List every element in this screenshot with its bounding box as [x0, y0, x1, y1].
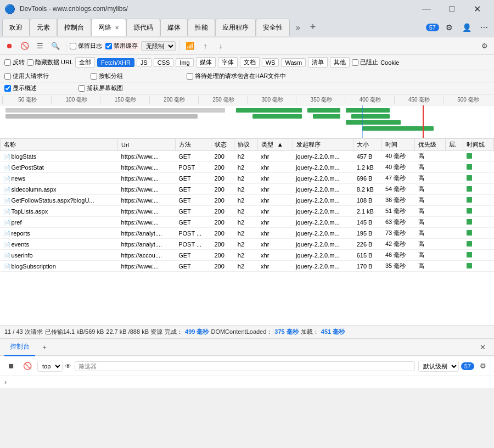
cell-initiator: jquery-2.2.0.m...: [293, 184, 353, 195]
filter-js[interactable]: JS: [137, 58, 151, 67]
filter-manifest[interactable]: 清单: [308, 57, 328, 68]
close-button[interactable]: ✕: [464, 0, 490, 18]
blocked-cookie-checkbox[interactable]: 已阻止: [352, 58, 378, 66]
network-settings-button[interactable]: ⚙: [478, 39, 492, 53]
settings-icon-button[interactable]: ⚙: [441, 20, 457, 35]
tab-media[interactable]: 媒体: [160, 19, 188, 36]
search-button[interactable]: 🔍: [48, 39, 63, 53]
console-stop-button[interactable]: ⏹: [4, 360, 18, 373]
table-row[interactable]: 📄blogSubscription https://www.... GET 20…: [1, 261, 494, 272]
close-console-button[interactable]: ✕: [475, 340, 490, 355]
cell-time: 35 毫秒: [382, 261, 415, 272]
more-options-button[interactable]: ⋯: [476, 20, 492, 35]
cell-priority: 高: [415, 217, 446, 228]
include-pending-checkbox[interactable]: 将待处理的请求包含在HAR文件中: [187, 72, 286, 80]
group-frame-checkbox[interactable]: 按帧分组: [91, 72, 123, 80]
filter-font[interactable]: 字体: [218, 57, 238, 68]
minimize-button[interactable]: —: [414, 0, 439, 18]
filter-doc[interactable]: 文档: [240, 57, 260, 68]
filter-media[interactable]: 媒体: [196, 57, 216, 68]
console-settings-button[interactable]: ⚙: [476, 360, 490, 373]
console-chevron-button[interactable]: ›: [4, 378, 7, 386]
maximize-button[interactable]: □: [439, 0, 464, 18]
tab-close-icon[interactable]: ✕: [115, 25, 119, 31]
header-row: 名称 Url 方法 状态 协议 类型 ▲ 发起程序 大小 时间 优先级 层. 时…: [1, 139, 494, 151]
preserve-log-checkbox[interactable]: 保留日志: [70, 42, 102, 50]
new-tab-button[interactable]: +: [305, 20, 321, 35]
cell-name: 📄news: [1, 173, 118, 184]
filter-toggle-button[interactable]: ☰: [33, 39, 47, 53]
file-icon: 📄: [4, 198, 10, 204]
include-pending-label: 将待处理的请求包含在HAR文件中: [195, 72, 286, 80]
col-method[interactable]: 方法: [175, 139, 211, 151]
filter-other[interactable]: 其他: [330, 57, 350, 68]
import-button[interactable]: ↑: [198, 39, 212, 53]
cell-protocol: h2: [234, 162, 257, 173]
filter-img[interactable]: Img: [176, 58, 193, 67]
cell-url: https://analyt....: [118, 228, 176, 239]
table-row[interactable]: 📄GetPostStat https://www.... POST 200 h2…: [1, 162, 494, 173]
network-table-container[interactable]: 名称 Url 方法 状态 协议 类型 ▲ 发起程序 大小 时间 优先级 层. 时…: [0, 138, 494, 325]
tab-welcome[interactable]: 欢迎: [2, 19, 30, 36]
filter-wasm[interactable]: Wasm: [281, 58, 306, 67]
console-clear-button[interactable]: 🚫: [21, 360, 34, 373]
large-rows-checkbox[interactable]: 使用大请求行: [4, 72, 49, 80]
table-row[interactable]: 📄userinfo https://accou.... GET 200 h2 x…: [1, 250, 494, 261]
filter-ws[interactable]: WS: [262, 58, 279, 67]
filter-fetch-xhr[interactable]: Fetch/XHR: [97, 58, 134, 67]
table-row[interactable]: 📄events https://analyt.... POST ... 200 …: [1, 239, 494, 250]
table-row[interactable]: 📄pref https://www.... GET 200 h2 xhr jqu…: [1, 217, 494, 228]
table-row[interactable]: 📄news https://www.... GET 200 h2 xhr jqu…: [1, 173, 494, 184]
show-overview-checkbox[interactable]: 显示概述: [4, 84, 37, 92]
table-row[interactable]: 📄blogStats https://www.... GET 200 h2 xh…: [1, 151, 494, 162]
console-level-select[interactable]: 默认级别: [418, 361, 459, 372]
tab-security[interactable]: 安全性: [256, 19, 290, 36]
tab-console[interactable]: 控制台: [57, 19, 91, 36]
tab-label: 元素: [37, 23, 50, 32]
add-console-tab-button[interactable]: +: [37, 340, 52, 355]
timeline-marker-red: [423, 105, 424, 138]
col-timeline[interactable]: 时间线: [463, 139, 494, 151]
table-row[interactable]: 📄GetFollowStatus.aspx?blogU... https://w…: [1, 195, 494, 206]
tab-source[interactable]: 源代码: [126, 19, 160, 36]
cell-time: 40 毫秒: [382, 151, 415, 162]
filter-css[interactable]: CSS: [154, 58, 174, 67]
col-protocol[interactable]: 协议: [234, 139, 257, 151]
col-type[interactable]: 类型 ▲: [257, 139, 293, 151]
cell-name: 📄reports: [1, 228, 118, 239]
wifi-icon-button[interactable]: 📶: [183, 39, 197, 53]
tab-elements[interactable]: 元素: [30, 19, 57, 36]
table-row[interactable]: 📄TopLists.aspx https://www.... GET 200 h…: [1, 206, 494, 217]
cell-status: 200: [211, 206, 234, 217]
tab-network[interactable]: 网络 ✕: [91, 19, 126, 36]
console-context-select[interactable]: top: [37, 361, 63, 372]
record-button[interactable]: ⏺: [2, 39, 16, 53]
throttle-select[interactable]: 无限制: [141, 41, 176, 51]
tab-label: 媒体: [167, 23, 181, 32]
tab-application[interactable]: 应用程序: [215, 19, 256, 36]
col-priority[interactable]: 优先级: [415, 139, 446, 151]
cell-timeline: [463, 239, 494, 250]
disable-cache-checkbox[interactable]: 禁用缓存: [103, 41, 140, 51]
capture-screenshot-checkbox[interactable]: 捕获屏幕截图: [78, 84, 123, 92]
ruler-mark-350: 350 毫秒: [296, 96, 345, 104]
table-row[interactable]: 📄sidecolumn.aspx https://www.... GET 200…: [1, 184, 494, 195]
clear-button[interactable]: 🚫: [18, 39, 32, 53]
col-status[interactable]: 状态: [211, 139, 234, 151]
more-tabs-button[interactable]: »: [291, 20, 305, 35]
col-url[interactable]: Url: [118, 139, 176, 151]
console-tab-console[interactable]: 控制台: [4, 339, 35, 356]
col-name[interactable]: 名称: [1, 139, 118, 151]
inverse-checkbox[interactable]: 反转: [4, 58, 25, 66]
console-filter-input[interactable]: [75, 361, 415, 371]
col-size[interactable]: 大小: [353, 139, 382, 151]
hide-data-checkbox[interactable]: 隐藏数据 URL: [27, 58, 73, 66]
export-button[interactable]: ↓: [214, 39, 228, 53]
tab-performance[interactable]: 性能: [188, 19, 215, 36]
col-layer[interactable]: 层.: [445, 139, 463, 151]
filter-all[interactable]: 全部: [75, 57, 95, 68]
col-time[interactable]: 时间: [382, 139, 415, 151]
col-initiator[interactable]: 发起程序: [293, 139, 353, 151]
customize-button[interactable]: 👤: [459, 20, 474, 35]
table-row-reports[interactable]: 📄reports https://analyt.... POST ... 200…: [1, 228, 494, 239]
